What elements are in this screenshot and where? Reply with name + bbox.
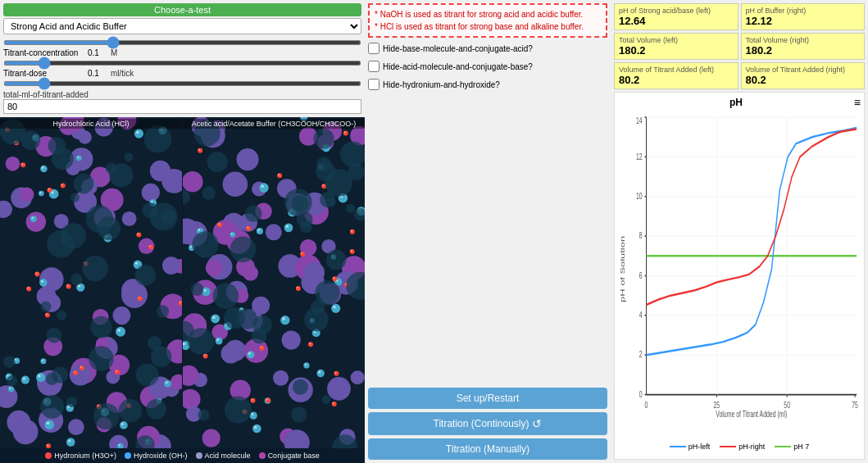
chart-container: pH ≡ pH of Solution Volume of Titrant Ad… xyxy=(614,92,865,460)
left-simulation: Hydrochloric Acid (HCl) xyxy=(0,117,182,448)
chart-title: pH xyxy=(618,97,854,108)
total-vol-right-label: Total Volume (right) xyxy=(746,36,861,44)
hide-base-checkbox[interactable] xyxy=(368,43,379,54)
vol-titrant-left-value: 80.2 xyxy=(619,74,734,86)
chart-legend: pH-left pH-right pH 7 xyxy=(618,443,861,451)
simulation-legend: Hydronium (H3O+) Hydroxide (OH-) Acid mo… xyxy=(0,448,365,463)
dose-slider[interactable] xyxy=(3,81,361,86)
legend-acid: Acid molecule xyxy=(196,452,251,460)
legend-ph-left: pH-left xyxy=(670,443,711,451)
left-sim-title: Hydrochloric Acid (HCl) xyxy=(0,119,182,129)
hide-acid-label: Hide-acid-molecule-and-conjugate-base? xyxy=(383,62,533,71)
svg-text:12: 12 xyxy=(636,152,643,161)
ph-chart: pH of Solution Volume of Titrant Added (… xyxy=(618,111,861,441)
vol-titrant-left-label: Volume of Titrant Added (left) xyxy=(619,66,734,74)
svg-text:50: 50 xyxy=(784,400,790,410)
svg-text:10: 10 xyxy=(636,191,643,201)
svg-text:4: 4 xyxy=(639,310,643,320)
right-simulation: Acetic acid/Acetate Buffer (CH3COOH/CH3C… xyxy=(183,117,365,448)
hide-hydronium-checkbox[interactable] xyxy=(368,79,379,90)
total-vol-left-box: Total Volume (left) 180.2 xyxy=(614,33,738,60)
choose-a-test-label: Choose-a-test xyxy=(3,3,361,16)
vol-titrant-left-box: Volume of Titrant Added (left) 80.2 xyxy=(614,62,738,89)
total-ml-label: total-ml-of-titrant-added xyxy=(3,90,361,99)
hide-acid-checkbox[interactable] xyxy=(368,61,379,72)
left-sim-canvas xyxy=(0,117,182,448)
chart-menu-icon[interactable]: ≡ xyxy=(854,96,861,109)
checkbox-hide-acid: Hide-acid-molecule-and-conjugate-base? xyxy=(368,59,607,74)
ph-buffer-right-value: 12.12 xyxy=(746,15,861,27)
titration-manual-button[interactable]: Titration (Manually) xyxy=(368,438,607,460)
svg-text:8: 8 xyxy=(639,231,643,241)
legend-hydroxide: Hydroxide (OH-) xyxy=(125,452,188,460)
vol-titrant-right-label: Volume of Titrant Added (right) xyxy=(746,66,861,74)
right-sim-canvas xyxy=(183,117,365,448)
setup-restart-button[interactable]: Set up/Restart xyxy=(368,388,607,409)
svg-text:6: 6 xyxy=(639,270,643,280)
ph-buffer-right-box: pH of Buffer (right) 12.12 xyxy=(741,3,866,30)
top-slider[interactable] xyxy=(3,40,361,45)
total-vol-right-value: 180.2 xyxy=(746,44,861,57)
concentration-slider[interactable] xyxy=(3,61,361,66)
titration-continuous-button[interactable]: Titration (Continously) ↺ xyxy=(368,412,607,435)
svg-text:14: 14 xyxy=(636,116,643,125)
svg-text:pH of Solution: pH of Solution xyxy=(619,236,626,302)
checkbox-hide-hydronium: Hide-hydronium-and-hydroxide? xyxy=(368,77,607,92)
svg-text:Volume of Titrant Added (ml): Volume of Titrant Added (ml) xyxy=(716,409,787,419)
hide-base-label: Hide-base-molecule-and-conjugate-acid? xyxy=(383,44,533,53)
legend-ph7: pH 7 xyxy=(775,443,809,451)
svg-text:0: 0 xyxy=(645,400,648,410)
info-box: * NaOH is used as titrant for strong aci… xyxy=(368,3,607,38)
right-sim-title: Acetic acid/Acetate Buffer (CH3COOH/CH3C… xyxy=(183,119,365,129)
vol-titrant-right-value: 80.2 xyxy=(746,74,861,86)
total-vol-right-box: Total Volume (right) 180.2 xyxy=(741,33,866,60)
svg-text:2: 2 xyxy=(639,350,643,360)
total-vol-left-value: 180.2 xyxy=(619,44,734,57)
svg-text:75: 75 xyxy=(852,400,858,410)
hide-hydronium-label: Hide-hydronium-and-hydroxide? xyxy=(383,80,500,89)
ph-buffer-right-label: pH of Buffer (right) xyxy=(746,7,861,15)
metrics-grid: pH of Strong acid/base (left) 12.64 pH o… xyxy=(614,3,865,89)
ph-strong-left-label: pH of Strong acid/base (left) xyxy=(619,7,734,15)
total-ml-input[interactable] xyxy=(3,99,361,114)
total-vol-left-label: Total Volume (left) xyxy=(619,36,734,44)
legend-hydronium: Hydronium (H3O+) xyxy=(45,452,116,460)
test-dropdown[interactable]: Strong Acid and Acidic Buffer Strong Bas… xyxy=(3,18,361,34)
svg-text:25: 25 xyxy=(714,400,720,410)
vol-titrant-right-box: Volume of Titrant Added (right) 80.2 xyxy=(741,62,866,89)
legend-conjugate: Conjugate base xyxy=(259,452,320,460)
ph-strong-left-box: pH of Strong acid/base (left) 12.64 xyxy=(614,3,738,30)
ph-strong-left-value: 12.64 xyxy=(619,15,734,27)
svg-text:0: 0 xyxy=(639,389,643,399)
checkbox-hide-base: Hide-base-molecule-and-conjugate-acid? xyxy=(368,41,607,56)
legend-ph-right: pH-right xyxy=(720,443,765,451)
